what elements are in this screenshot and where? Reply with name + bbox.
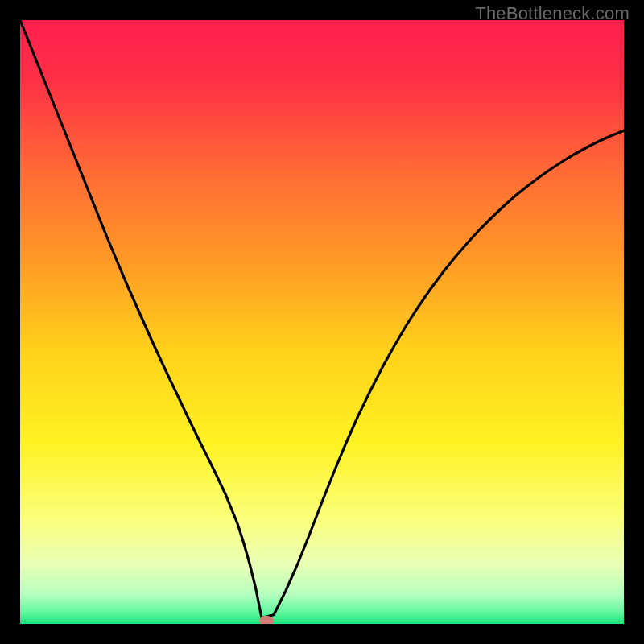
chart-container: TheBottleneck.com — [0, 0, 644, 644]
gradient-background — [20, 20, 624, 624]
bottleneck-chart — [20, 20, 624, 624]
